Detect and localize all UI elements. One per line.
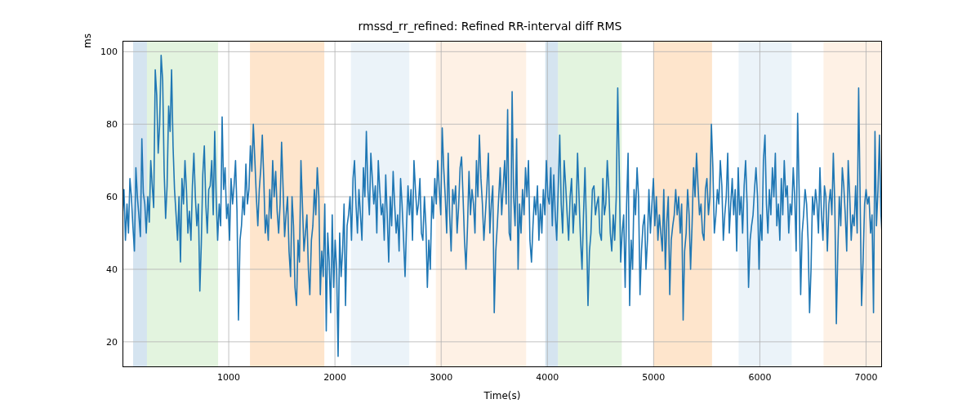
x-tick-label: 5000 xyxy=(642,372,665,383)
y-axis-label: ms xyxy=(82,0,98,204)
y-tick-label: 60 xyxy=(98,192,118,202)
x-tick-label: 1000 xyxy=(217,372,240,383)
x-tick-label: 3000 xyxy=(430,372,452,383)
y-tick-label: 40 xyxy=(98,264,118,275)
y-tick-label: 80 xyxy=(98,119,118,130)
axes xyxy=(122,41,882,367)
chart-title: rmssd_rr_refined: Refined RR-interval di… xyxy=(0,20,980,33)
x-tick-label: 4000 xyxy=(536,372,559,383)
x-tick-label: 2000 xyxy=(323,372,346,383)
y-tick-label: 100 xyxy=(98,47,118,57)
figure: rmssd_rr_refined: Refined RR-interval di… xyxy=(0,0,980,408)
x-tick-label: 6000 xyxy=(748,372,771,383)
y-tick-label: 20 xyxy=(98,336,118,347)
x-axis-label: Time(s) xyxy=(122,390,882,401)
x-tick-label: 7000 xyxy=(854,372,877,383)
axes-spines xyxy=(122,41,882,367)
